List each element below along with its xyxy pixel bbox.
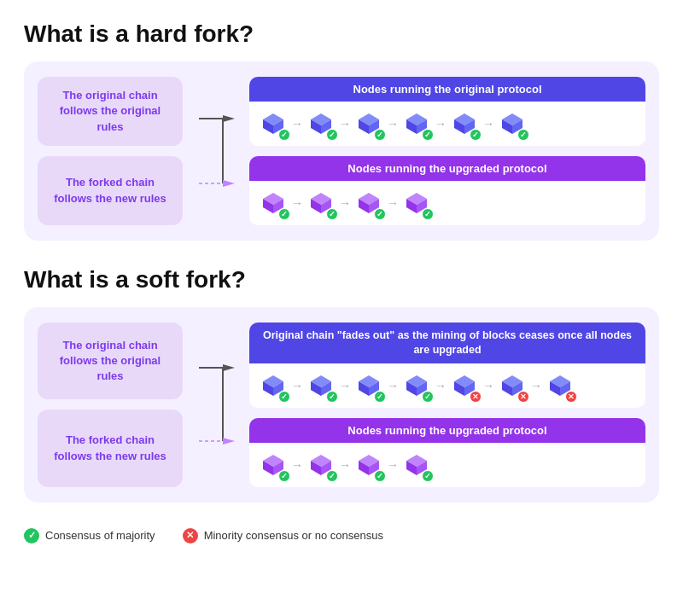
block-badge-2: ✓ (374, 208, 386, 220)
block-2: ✓ (355, 451, 382, 479)
soft-fork-title: What is a soft fork? (24, 266, 659, 293)
block-badge-0: ✓ (278, 391, 290, 403)
soft-fork-diagram: The original chain follows the original … (24, 307, 659, 503)
hard-fork-section: What is a hard fork? The original chain … (24, 20, 659, 241)
hard-fork-chains: Nodes running the original protocol ✓→ ✓… (249, 77, 645, 225)
hard-fork-chain2-body: ✓→ ✓→ ✓→ ✓ (249, 181, 645, 225)
block-1: ✓ (307, 372, 335, 399)
block-2: ✓ (355, 110, 382, 137)
svg-marker-4 (223, 180, 235, 187)
hard-fork-chain2: Nodes running the upgraded protocol ✓→ ✓… (249, 156, 645, 225)
hard-fork-connector (195, 77, 237, 225)
chain-arrow-2: → (387, 117, 399, 131)
svg-marker-3 (223, 115, 235, 122)
block-badge-1: ✓ (326, 391, 338, 403)
block-2: ✓ (355, 189, 382, 217)
soft-fork-label2: The forked chain follows the new rules (38, 410, 183, 486)
soft-fork-chain2: Nodes running the upgraded protocol ✓→ ✓… (249, 418, 645, 487)
block-1: ✓ (307, 451, 335, 479)
chain-arrow-2: → (387, 196, 399, 210)
soft-fork-chains: Original chain "fades out" as the mining… (249, 323, 645, 487)
chain-arrow-4: → (482, 379, 494, 392)
block-1: ✓ (307, 110, 335, 137)
legend-item-minority: ✕ Minority consensus or no consensus (183, 528, 383, 543)
soft-fork-chain1: Original chain "fades out" as the mining… (249, 323, 645, 408)
block-badge-1: ✓ (326, 208, 338, 220)
hard-fork-diagram: The original chain follows the original … (24, 61, 659, 241)
block-5: ✓ (499, 110, 526, 137)
hard-fork-label1: The original chain follows the original … (38, 77, 183, 146)
svg-marker-38 (223, 364, 235, 371)
soft-fork-label1: The original chain follows the original … (38, 323, 183, 399)
chain-arrow-3: → (435, 117, 447, 131)
block-1: ✓ (307, 189, 335, 217)
soft-fork-labels: The original chain follows the original … (38, 323, 183, 487)
block-badge-1: ✓ (326, 129, 338, 141)
chain-arrow-5: → (530, 379, 542, 392)
block-3: ✓ (403, 110, 430, 137)
legend-minority-label: Minority consensus or no consensus (204, 529, 383, 542)
block-badge-3: ✓ (422, 208, 434, 220)
block-5: ✕ (499, 372, 526, 399)
chain-arrow-1: → (339, 379, 351, 392)
chain-arrow-2: → (387, 458, 399, 472)
legend: ✓ Consensus of majority ✕ Minority conse… (24, 528, 659, 543)
chain-arrow-0: → (291, 379, 303, 392)
block-badge-2: ✓ (374, 391, 386, 403)
block-badge-3: ✓ (422, 470, 434, 482)
block-4: ✕ (451, 372, 478, 399)
block-badge-5: ✓ (517, 129, 529, 141)
block-badge-0: ✓ (278, 470, 290, 482)
block-badge-5: ✕ (517, 391, 529, 403)
block-0: ✓ (260, 372, 287, 399)
hard-fork-title: What is a hard fork? (24, 20, 659, 48)
block-0: ✓ (260, 451, 287, 479)
block-0: ✓ (260, 189, 287, 217)
page-container: What is a hard fork? The original chain … (24, 20, 659, 543)
hard-fork-label2: The forked chain follows the new rules (38, 156, 183, 225)
soft-fork-connector (195, 323, 237, 487)
legend-green-badge: ✓ (24, 528, 39, 543)
block-0: ✓ (260, 110, 287, 137)
block-badge-2: ✓ (374, 129, 386, 141)
chain-arrow-0: → (291, 117, 303, 131)
hard-fork-labels: The original chain follows the original … (38, 77, 183, 225)
block-4: ✓ (451, 110, 478, 137)
block-badge-3: ✓ (422, 391, 434, 403)
soft-fork-chain1-header: Original chain "fades out" as the mining… (249, 323, 645, 363)
block-badge-1: ✓ (326, 470, 338, 482)
legend-item-consensus: ✓ Consensus of majority (24, 528, 155, 543)
block-badge-4: ✕ (470, 391, 482, 403)
chain-arrow-1: → (339, 196, 351, 210)
chain-arrow-2: → (387, 379, 399, 392)
soft-fork-chain2-body: ✓→ ✓→ ✓→ ✓ (249, 443, 645, 487)
block-2: ✓ (355, 372, 382, 399)
soft-fork-chain1-body: ✓→ ✓→ ✓→ ✓→ ✕→ ✕→ ✕ (249, 363, 645, 408)
chain-arrow-1: → (339, 117, 351, 131)
block-badge-3: ✓ (422, 129, 434, 141)
svg-marker-39 (223, 438, 235, 445)
block-badge-2: ✓ (374, 470, 386, 482)
soft-fork-chain2-header: Nodes running the upgraded protocol (249, 418, 645, 443)
block-badge-6: ✕ (565, 391, 577, 403)
chain-arrow-0: → (291, 458, 303, 472)
block-6: ✕ (546, 372, 574, 399)
chain-arrow-4: → (482, 117, 494, 131)
block-3: ✓ (403, 189, 430, 217)
block-3: ✓ (403, 451, 430, 479)
hard-fork-chain1-body: ✓→ ✓→ ✓→ ✓→ ✓→ ✓ (249, 102, 645, 146)
block-badge-0: ✓ (278, 129, 290, 141)
soft-fork-section: What is a soft fork? The original chain … (24, 266, 659, 503)
chain-arrow-0: → (291, 196, 303, 210)
block-badge-0: ✓ (278, 208, 290, 220)
legend-red-badge: ✕ (183, 528, 198, 543)
legend-consensus-label: Consensus of majority (45, 529, 155, 542)
block-3: ✓ (403, 372, 430, 399)
chain-arrow-3: → (435, 379, 447, 392)
hard-fork-chain1-header: Nodes running the original protocol (249, 77, 645, 102)
block-badge-4: ✓ (470, 129, 482, 141)
hard-fork-chain2-header: Nodes running the upgraded protocol (249, 156, 645, 181)
hard-fork-chain1: Nodes running the original protocol ✓→ ✓… (249, 77, 645, 146)
chain-arrow-1: → (339, 458, 351, 472)
